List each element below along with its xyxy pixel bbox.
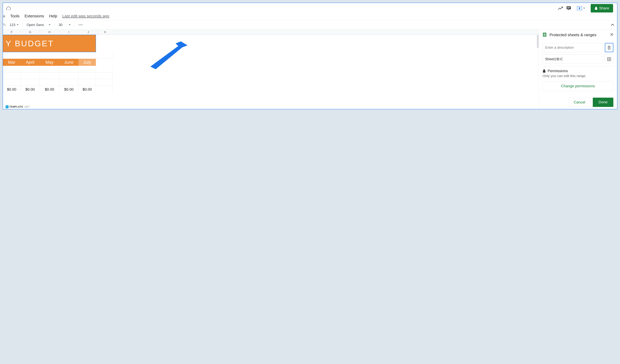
separator (54, 22, 55, 28)
permissions-section: Permissions Only you can edit this range… (542, 66, 613, 91)
month-cell[interactable]: June (59, 59, 79, 66)
sheets-icon (542, 32, 547, 37)
separator (22, 22, 23, 28)
protected-ranges-panel: Protected sheets & ranges Sheet1!B:C (539, 29, 617, 109)
menu-extensions[interactable]: Extensions (25, 14, 44, 18)
cell[interactable] (59, 66, 79, 73)
total-cell[interactable]: $0.00 (20, 86, 40, 93)
app-frame: Share a Tools Extensions Help Last edit … (3, 3, 617, 109)
dropdown-caret-icon (583, 8, 585, 9)
cancel-button[interactable]: Cancel (569, 98, 590, 107)
col-header[interactable]: G (20, 29, 40, 35)
permissions-description: Only you can edit this range. (542, 74, 613, 78)
cell[interactable] (3, 52, 96, 59)
trash-icon (607, 45, 611, 50)
cell[interactable] (79, 73, 96, 79)
caret-icon (49, 24, 50, 25)
present-icon (577, 6, 582, 10)
cell[interactable] (59, 73, 79, 79)
font-label: Open Sans (27, 23, 44, 27)
present-dropdown[interactable] (574, 5, 588, 12)
menu-bar: a Tools Extensions Help Last edit was se… (3, 13, 617, 20)
cell[interactable] (79, 79, 96, 86)
cloud-sync-icon (6, 6, 11, 11)
svg-rect-1 (567, 8, 569, 8)
done-button[interactable]: Done (593, 98, 613, 107)
panel-title: Protected sheets & ranges (549, 33, 608, 37)
total-cell[interactable]: $0.00 (3, 86, 20, 93)
last-edit-link[interactable]: Last edit was seconds ago (62, 14, 109, 18)
cell[interactable] (40, 66, 59, 73)
close-panel-button[interactable] (610, 33, 613, 37)
month-cell[interactable]: Mar (3, 59, 20, 66)
cell[interactable] (20, 66, 40, 73)
vertical-scrollbar[interactable] (537, 35, 539, 48)
col-header[interactable]: I (59, 29, 79, 35)
cell[interactable] (3, 66, 20, 73)
description-input[interactable] (542, 43, 603, 52)
cell[interactable] (59, 79, 79, 86)
cell[interactable] (40, 79, 59, 86)
svg-rect-6 (544, 33, 545, 36)
share-label: Share (599, 6, 609, 10)
col-header[interactable]: F (3, 29, 20, 35)
cell[interactable] (96, 52, 113, 59)
cell[interactable] (20, 73, 40, 79)
title-bar: Share (3, 3, 617, 13)
select-range-button[interactable] (605, 55, 613, 64)
font-size-label: 30 (59, 23, 62, 27)
cell[interactable] (96, 86, 113, 93)
cell[interactable] (96, 79, 113, 86)
decimal-icon[interactable]: ⁰₀ (3, 23, 6, 27)
range-input[interactable]: Sheet1!B:C (542, 55, 603, 64)
toolbar: ⁰₀ 123 Open Sans 30 ••• (3, 20, 617, 29)
month-cell[interactable]: May (40, 59, 59, 66)
total-cell[interactable]: $0.00 (59, 86, 79, 93)
totals-row: $0.00 $0.00 $0.00 $0.00 $0.00 (3, 86, 539, 93)
collapse-toolbar-icon[interactable] (611, 23, 614, 27)
number-format-label: 123 (10, 23, 15, 27)
lock-icon (595, 6, 598, 10)
font-dropdown[interactable]: Open Sans (27, 23, 50, 27)
more-tools-icon[interactable]: ••• (79, 23, 83, 26)
panel-header: Protected sheets & ranges (539, 29, 617, 40)
permissions-label: Permissions (548, 69, 568, 73)
watermark-suffix: .NET (24, 105, 30, 108)
lock-icon (542, 69, 546, 73)
month-cell-selected[interactable]: July (79, 59, 96, 66)
menu-help[interactable]: Help (49, 14, 57, 18)
spreadsheet-area[interactable]: F G H I J K Y BUDGET Mar April May June … (3, 29, 539, 109)
trending-icon[interactable] (558, 6, 563, 10)
cell[interactable] (20, 79, 40, 86)
grid-icon (607, 57, 611, 61)
content-area: F G H I J K Y BUDGET Mar April May June … (3, 29, 617, 109)
cell[interactable] (3, 73, 20, 79)
column-headers: F G H I J K (3, 29, 539, 35)
number-format-dropdown[interactable]: 123 (10, 23, 18, 27)
cell[interactable] (96, 73, 113, 79)
col-header[interactable]: H (40, 29, 59, 35)
comment-history-icon[interactable] (566, 6, 571, 11)
watermark-badge: T (6, 105, 9, 108)
menu-tools[interactable]: Tools (10, 14, 19, 18)
month-header-row: Mar April May June July (3, 59, 96, 66)
col-header[interactable]: K (98, 29, 113, 35)
watermark: T TEMPLATE.NET (6, 105, 30, 108)
month-cell[interactable]: April (20, 59, 40, 66)
font-size-dropdown[interactable]: 30 (59, 23, 71, 27)
delete-protection-button[interactable] (605, 43, 613, 52)
menu-item-partial[interactable]: a (3, 14, 5, 18)
caret-icon (69, 24, 71, 25)
total-cell[interactable]: $0.00 (79, 86, 96, 93)
budget-title-cell[interactable]: Y BUDGET (3, 35, 96, 52)
cell[interactable] (3, 79, 20, 86)
cell[interactable] (79, 66, 96, 73)
caret-icon (17, 24, 18, 25)
total-cell[interactable]: $0.00 (40, 86, 59, 93)
share-button[interactable]: Share (591, 4, 613, 13)
panel-body: Sheet1!B:C Permissions Only you can edit… (539, 40, 617, 94)
cell[interactable] (96, 66, 113, 73)
change-permissions-button[interactable]: Change permissions (542, 81, 613, 91)
cell[interactable] (40, 73, 59, 79)
col-header[interactable]: J (79, 29, 98, 35)
